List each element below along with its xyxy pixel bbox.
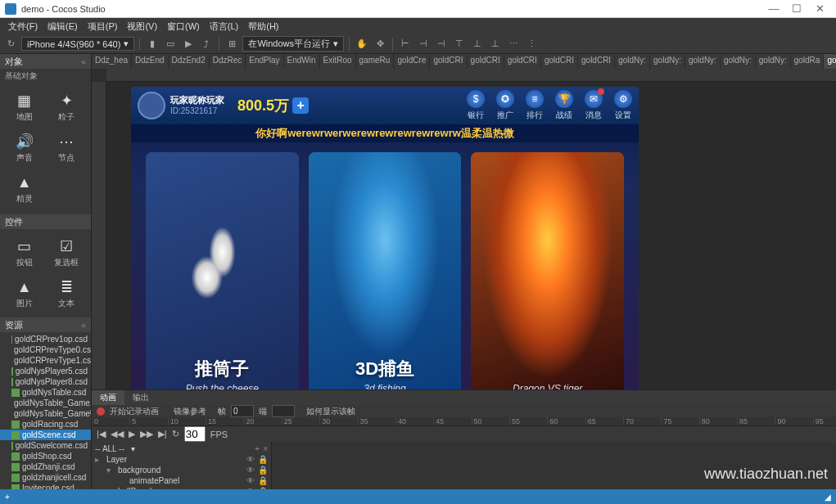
document-tab[interactable]: ExitRoo	[320, 54, 356, 69]
tool-phone-icon[interactable]: ▮	[145, 37, 160, 52]
tab-animation[interactable]: 动画	[92, 390, 124, 405]
resource-file[interactable]: goldCRPrevType0.csd	[0, 344, 91, 355]
document-tab[interactable]: goldCRI	[468, 54, 504, 69]
game-scene[interactable]: 玩家昵称玩家 ID:25321617 800.5万 + $银行✪推广≡排行🏆战绩…	[131, 87, 639, 389]
document-tab[interactable]: DdzEnd	[132, 54, 169, 69]
resource-file[interactable]: goldNysPlayer8.csd	[0, 376, 91, 387]
menu-file[interactable]: 文件(F)	[3, 20, 43, 33]
resource-file[interactable]: goldNysPlayer5.csd	[0, 366, 91, 376]
device-combo[interactable]: iPhone 4/4S(960 * 640)▾	[21, 37, 134, 51]
resources-list[interactable]: goldCRPrev1op.csdgoldCRPrevType0.csdgold…	[0, 332, 91, 504]
minimize-button[interactable]: —	[762, 2, 785, 15]
nav-item-推广[interactable]: ✪推广	[496, 90, 514, 121]
distribute-v-icon[interactable]: ⋮	[524, 37, 539, 52]
visibility-icon[interactable]: 👁	[246, 466, 255, 475]
collapse-icon[interactable]: «	[81, 320, 86, 330]
publish-icon[interactable]: ⤴	[199, 37, 214, 52]
lock-icon[interactable]: 🔒	[258, 466, 268, 475]
move-tool-icon[interactable]: ✥	[373, 37, 387, 52]
nav-item-银行[interactable]: $银行	[467, 90, 485, 121]
object-item[interactable]: ▦地图	[3, 87, 46, 128]
tree-toggle-icon[interactable]: ▾	[106, 466, 115, 475]
tree-node[interactable]: animatePanel👁🔒	[92, 475, 271, 486]
visibility-icon[interactable]: 👁	[246, 476, 255, 485]
document-tab[interactable]: goldx	[824, 54, 836, 69]
document-tabs[interactable]: Ddz_heaDdzEndDdzEnd2DdzRecEndPlayEndWinE…	[92, 54, 836, 69]
run-target-combo[interactable]: 在Windows平台运行▾	[242, 36, 344, 52]
resource-file[interactable]: goldRacing.csd	[0, 419, 91, 430]
tree-node[interactable]: ▾background👁🔒	[92, 465, 271, 475]
frame-current-input[interactable]	[231, 405, 254, 417]
next-frame-icon[interactable]: ▶▶	[140, 429, 153, 439]
control-item[interactable]: ≣文本	[46, 273, 88, 314]
object-item[interactable]: ▲精灵	[3, 169, 46, 209]
control-item[interactable]: ☑复选框	[46, 232, 88, 273]
menu-view[interactable]: 视图(V)	[122, 20, 162, 33]
menu-window[interactable]: 窗口(W)	[162, 20, 205, 33]
resource-file[interactable]: goldCRPrev1op.csd	[0, 334, 91, 344]
resource-file[interactable]: goldNysTable_GameUi.cs	[0, 408, 91, 419]
control-item[interactable]: ▭按钮	[3, 232, 46, 273]
resource-file[interactable]: goldCRPrevType1.csd	[0, 355, 91, 366]
object-item[interactable]: 🔊声音	[3, 128, 46, 169]
play-icon[interactable]: ▶	[181, 37, 196, 52]
control-item[interactable]: ▲图片	[3, 273, 46, 314]
document-tab[interactable]: gameRu	[356, 54, 395, 69]
remove-track-icon[interactable]: ×	[263, 444, 268, 453]
hand-tool-icon[interactable]: ✋	[355, 37, 369, 52]
resource-file[interactable]: goldZhanji.csd	[0, 461, 91, 472]
align-center-h-icon[interactable]: ⊣	[416, 37, 431, 52]
document-tab[interactable]: EndWin	[284, 54, 320, 69]
resource-file[interactable]: goldScwelcome.csd	[0, 440, 91, 451]
collapse-icon[interactable]: «	[81, 56, 86, 66]
document-tab[interactable]: goldCRI	[578, 54, 615, 69]
lock-icon[interactable]: 🔒	[258, 476, 268, 485]
fps-input[interactable]	[184, 426, 206, 442]
all-filter[interactable]: -- ALL --	[95, 444, 124, 453]
visibility-icon[interactable]: 👁	[246, 455, 255, 464]
game-card[interactable]: 3D捕鱼3d fishing	[309, 152, 462, 389]
document-tab[interactable]: DdzEnd2	[169, 54, 210, 69]
rotate-icon[interactable]: ↻	[3, 37, 18, 52]
document-tab[interactable]: goldNy:	[650, 54, 685, 69]
document-tab[interactable]: goldCRI	[504, 54, 541, 69]
align-middle-icon[interactable]: ⊥	[470, 37, 485, 52]
menu-language[interactable]: 语言(L)	[205, 20, 243, 33]
document-tab[interactable]: DdzRec	[210, 54, 246, 69]
resource-file[interactable]: goldNysTable_Game.csd	[0, 398, 91, 408]
object-item[interactable]: ✦粒子	[46, 87, 88, 128]
nav-item-战绩[interactable]: 🏆战绩	[555, 90, 573, 121]
status-resize-icon[interactable]: ◢	[825, 493, 831, 502]
record-icon[interactable]	[97, 407, 105, 416]
add-coin-button[interactable]: +	[292, 97, 309, 114]
goto-start-icon[interactable]: |◀	[97, 429, 106, 439]
resource-file[interactable]: goldzhanjicell.csd	[0, 472, 91, 483]
add-track-icon[interactable]: +	[255, 444, 260, 453]
canvas[interactable]: 玩家昵称玩家 ID:25321617 800.5万 + $银行✪推广≡排行🏆战绩…	[92, 69, 836, 389]
align-right-icon[interactable]: ⊣	[434, 37, 449, 52]
align-bottom-icon[interactable]: ⊥	[488, 37, 503, 52]
align-left-icon[interactable]: ⊢	[398, 37, 413, 52]
document-tab[interactable]: EndPlay	[246, 54, 283, 69]
menu-edit[interactable]: 编辑(E)	[43, 20, 83, 33]
object-item[interactable]: ⋯节点	[46, 128, 88, 169]
tree-toggle-icon[interactable]: ▸	[95, 455, 103, 464]
frame-end-input[interactable]	[272, 405, 295, 417]
maximize-button[interactable]: ☐	[785, 2, 808, 15]
game-card[interactable]: 推筒子Push the cheese	[146, 152, 299, 389]
document-tab[interactable]: goldCRI	[430, 54, 467, 69]
menu-project[interactable]: 项目(P)	[83, 20, 123, 33]
resource-file[interactable]: goldNysTable.csd	[0, 387, 91, 398]
tab-output[interactable]: 输出	[124, 390, 157, 405]
timeline-ruler[interactable]: 05101520253035404550556065707580859095	[92, 417, 836, 426]
lock-icon[interactable]: 🔒	[258, 455, 268, 464]
menu-help[interactable]: 帮助(H)	[243, 20, 283, 33]
close-button[interactable]: ✕	[808, 2, 831, 15]
document-tab[interactable]: goldCRI	[541, 54, 578, 69]
tree-node[interactable]: ▸Layer👁🔒	[92, 454, 271, 465]
nav-item-消息[interactable]: ✉消息	[585, 90, 603, 121]
status-add-icon[interactable]: +	[5, 493, 10, 502]
loop-icon[interactable]: ↻	[172, 429, 179, 439]
game-card[interactable]: Dragon VS tiger	[471, 152, 624, 389]
resource-file[interactable]: goldScene.csd	[0, 430, 91, 440]
